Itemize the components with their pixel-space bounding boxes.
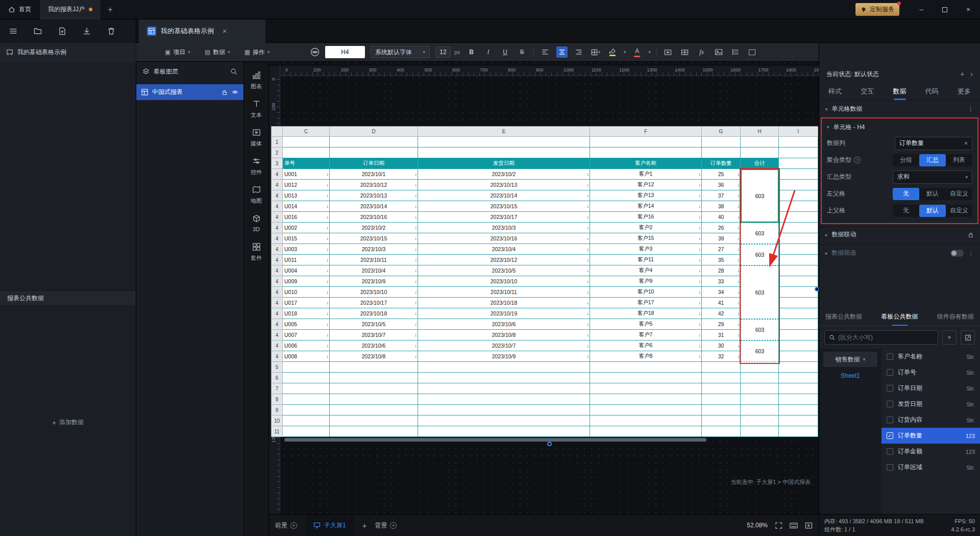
empty-cell[interactable] [779,158,818,169]
empty-cell[interactable] [418,383,590,394]
table-header-cell[interactable]: 合计 [741,158,779,169]
tab-style[interactable]: 样式 [826,83,844,100]
add-screen-button[interactable]: + [362,521,367,530]
data-cell[interactable]: 42↓ [702,308,741,319]
data-cell[interactable]: 40↓ [702,212,741,223]
empty-cell[interactable] [779,405,818,416]
data-cell[interactable]: 2023/10/4↓ [330,265,418,276]
empty-cell[interactable] [590,362,702,373]
empty-cell[interactable] [741,373,779,383]
data-cell[interactable]: 2023/10/9↓ [418,351,590,362]
top-parent-custom[interactable]: 自定义 [946,205,972,217]
data-cell[interactable]: 2023/10/13↓ [330,190,418,201]
filter-toggle[interactable] [950,250,964,257]
data-cell[interactable]: 30↓ [702,340,741,351]
data-cell[interactable]: 2023/10/15↓ [418,201,590,212]
empty-cell[interactable] [418,362,590,373]
data-cell[interactable]: 32↓ [702,351,741,362]
data-cell[interactable]: 25↓ [702,169,741,180]
empty-cell[interactable] [330,148,418,158]
data-cell[interactable]: 客户4↓ [590,265,702,276]
empty-cell[interactable] [702,416,741,426]
data-cell[interactable]: 2023/10/2↓ [330,223,418,233]
row-number[interactable]: 4 [272,265,283,276]
table-header-cell[interactable]: 订单日期 [330,158,418,169]
add-state-button[interactable]: + [960,70,964,78]
data-cell[interactable]: 2023/10/18↓ [330,308,418,319]
align-left-button[interactable] [540,46,551,58]
empty-cell[interactable] [330,373,418,383]
folder-icon[interactable] [34,27,42,35]
empty-cell[interactable] [590,405,702,416]
merged-total-cell[interactable]: 603 [741,265,779,319]
data-cell[interactable]: 34↓ [702,287,741,298]
add-data-button[interactable]: + 添加数据 [0,418,136,427]
data-cell[interactable]: 29↓ [702,319,741,330]
menu-icon[interactable] [9,27,17,35]
data-cell[interactable]: 2023/10/9↓ [330,276,418,287]
download-icon[interactable] [83,27,91,35]
data-cell[interactable]: 2023/10/10↓ [418,276,590,287]
empty-cell[interactable] [418,405,590,416]
empty-cell[interactable] [702,148,741,158]
field-checkbox[interactable] [887,385,893,392]
data-cell[interactable]: 客户16↓ [590,212,702,223]
italic-button[interactable]: I [483,46,494,58]
empty-cell[interactable] [418,416,590,426]
layer-item[interactable]: 中国式报表 [136,84,243,100]
data-cell[interactable]: 客户3↓ [590,244,702,255]
empty-cell[interactable] [779,276,818,287]
empty-cell[interactable] [779,190,818,201]
empty-cell[interactable] [283,416,330,426]
data-cell[interactable]: 客户12↓ [590,180,702,190]
empty-cell[interactable] [779,426,818,437]
data-cell[interactable]: 客户8↓ [590,351,702,362]
row-number[interactable]: 4 [272,276,283,287]
row-number[interactable]: 4 [272,180,283,190]
row-number[interactable]: 4 [272,287,283,298]
lock-icon[interactable] [222,89,228,95]
data-cell[interactable]: 35↓ [702,255,741,265]
table-header-cell[interactable]: 订单数量 [702,158,741,169]
empty-cell[interactable] [779,373,818,383]
data-cell[interactable]: 2023/10/19↓ [418,308,590,319]
data-cell[interactable]: 28↓ [702,265,741,276]
row-number[interactable]: 3 [272,158,283,169]
row-number[interactable]: 4 [272,308,283,319]
column-letter[interactable]: D [330,127,418,137]
data-cell[interactable]: 2023/10/7↓ [418,340,590,351]
left-parent-custom[interactable]: 自定义 [946,188,972,200]
empty-cell[interactable] [779,201,818,212]
minimize-button[interactable]: – [910,0,933,19]
fit-screen-icon[interactable] [775,522,782,529]
row-number[interactable]: 4 [272,233,283,244]
data-filter-section[interactable]: ▸ 数据筛选 ⋮ [819,245,980,261]
data-cell[interactable]: 2023/10/1↓ [330,169,418,180]
menu-project[interactable]: ▣项目▾ [165,48,190,57]
data-cell[interactable]: U014↓ [283,201,330,212]
data-cell[interactable]: 2023/10/4↓ [418,244,590,255]
row-number[interactable]: 6 [272,373,283,383]
column-letter[interactable]: I [779,127,818,137]
row-number[interactable]: 4 [272,169,283,180]
expand-states-button[interactable]: › [970,70,973,78]
data-cell[interactable]: 2023/10/10↓ [330,287,418,298]
row-number[interactable]: 4 [272,190,283,201]
sheet-doc-tab[interactable]: 我的基础表格示例 × [139,19,265,43]
field-row[interactable]: 订货内容Str. [881,412,980,428]
empty-cell[interactable] [418,426,590,437]
field-checkbox[interactable] [887,417,893,423]
row-number[interactable]: 9 [272,405,283,416]
data-cell[interactable]: 39↓ [702,233,741,244]
table-header-cell[interactable]: 单号 [283,158,330,169]
more-options-icon[interactable]: ⋮ [968,250,974,257]
table-header-cell[interactable]: 发货日期 [418,158,590,169]
data-cell[interactable]: 2023/10/8↓ [330,351,418,362]
empty-cell[interactable] [779,265,818,276]
empty-cell[interactable] [590,373,702,383]
empty-cell[interactable] [779,416,818,426]
data-cell[interactable]: 客户6↓ [590,340,702,351]
unmerge-cells-button[interactable] [679,46,691,58]
tool-strip-item-cube[interactable]: 3D [244,209,269,237]
tab-data[interactable]: 数据 [891,83,909,100]
